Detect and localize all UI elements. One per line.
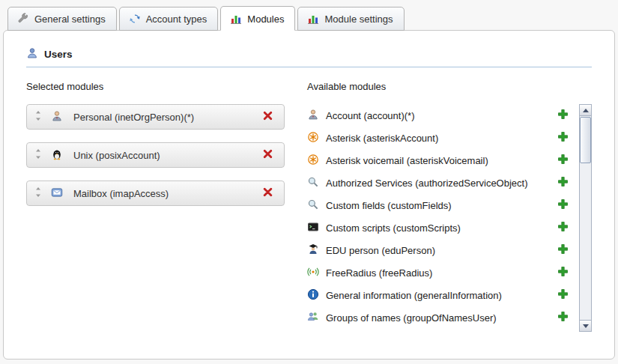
add-icon[interactable] bbox=[557, 266, 569, 279]
asterisk-icon bbox=[307, 154, 319, 168]
available-module-row: Authorized Services (authorizedServiceOb… bbox=[307, 172, 576, 194]
add-icon[interactable] bbox=[557, 109, 569, 122]
tab-label: Account types bbox=[146, 13, 207, 25]
available-module-label: Authorized Services (authorizedServiceOb… bbox=[326, 178, 528, 189]
available-module-label: General information (generalInformation) bbox=[326, 290, 502, 301]
tab-label: General settings bbox=[34, 13, 106, 25]
available-module-label: Custom fields (customFields) bbox=[326, 200, 452, 211]
section-title: Users bbox=[44, 49, 73, 60]
drag-handle-icon[interactable] bbox=[34, 110, 42, 124]
tab-general-settings[interactable]: General settings bbox=[7, 7, 117, 31]
delete-icon[interactable] bbox=[262, 186, 273, 200]
available-modules-column: Available modules Account (account)(*) bbox=[307, 81, 592, 332]
arrow-down-icon bbox=[583, 324, 589, 328]
available-module-row: General information (generalInformation) bbox=[307, 284, 576, 306]
add-icon[interactable] bbox=[557, 288, 569, 302]
tab-bar: General settings Account types Modules M… bbox=[0, 0, 618, 31]
selected-modules-heading: Selected modules bbox=[26, 81, 285, 92]
refresh-icon bbox=[129, 13, 141, 25]
available-module-label: Custom scripts (customScripts) bbox=[326, 222, 461, 234]
available-module-label: Asterisk voicemail (asteriskVoicemail) bbox=[326, 155, 488, 166]
available-module-label: Account (account)(*) bbox=[326, 110, 415, 121]
asterisk-icon bbox=[307, 131, 319, 145]
selected-module-row[interactable]: Unix (posixAccount) bbox=[26, 142, 285, 168]
tab-label: Modules bbox=[247, 13, 284, 25]
scroll-down-button[interactable] bbox=[580, 320, 591, 331]
add-icon[interactable] bbox=[557, 221, 569, 234]
add-icon[interactable] bbox=[557, 176, 569, 189]
person-icon bbox=[51, 110, 63, 124]
selected-module-label: Personal (inetOrgPerson)(*) bbox=[73, 112, 262, 123]
available-module-label: EDU person (eduPerson) bbox=[326, 245, 435, 256]
selected-module-label: Unix (posixAccount) bbox=[73, 150, 262, 161]
available-module-row: FreeRadius (freeRadius) bbox=[307, 261, 576, 284]
radio-waves-icon bbox=[307, 266, 319, 280]
delete-icon[interactable] bbox=[262, 148, 273, 162]
magnifier-icon bbox=[307, 176, 319, 190]
tab-label: Module settings bbox=[324, 13, 393, 25]
magnifier-icon bbox=[307, 198, 319, 213]
drag-handle-icon[interactable] bbox=[34, 186, 42, 200]
script-icon bbox=[307, 221, 319, 235]
available-module-row: Account (account)(*) bbox=[307, 104, 576, 127]
available-module-row: Asterisk (asteriskAccount) bbox=[307, 127, 576, 149]
available-module-label: Asterisk (asteriskAccount) bbox=[326, 133, 438, 144]
add-icon[interactable] bbox=[557, 243, 569, 257]
selected-module-label: Mailbox (imapAccess) bbox=[73, 188, 262, 199]
scrollbar-thumb[interactable] bbox=[580, 117, 591, 163]
info-icon bbox=[307, 288, 319, 303]
scrollbar-track[interactable] bbox=[580, 116, 591, 320]
tab-account-types[interactable]: Account types bbox=[119, 7, 219, 31]
drag-handle-icon[interactable] bbox=[34, 148, 42, 162]
add-icon[interactable] bbox=[557, 198, 569, 212]
add-icon[interactable] bbox=[557, 131, 569, 145]
available-module-label: Groups of names (groupOfNamesUser) bbox=[326, 312, 497, 324]
group-icon bbox=[307, 311, 319, 325]
available-module-row: Asterisk voicemail (asteriskVoicemail) bbox=[307, 149, 576, 172]
wrench-icon bbox=[17, 13, 29, 25]
arrow-up-icon bbox=[583, 109, 589, 112]
available-modules-list: Account (account)(*) Asterisk (asteriskA… bbox=[307, 104, 576, 329]
section-users: Users bbox=[26, 47, 592, 67]
mailbox-icon bbox=[51, 186, 63, 201]
selected-modules-column: Selected modules Personal (inetOrgPerson… bbox=[26, 81, 285, 332]
user-icon bbox=[26, 47, 38, 61]
tab-module-settings[interactable]: Module settings bbox=[297, 7, 404, 31]
chart-icon bbox=[230, 13, 242, 25]
available-module-row: Custom scripts (customScripts) bbox=[307, 216, 576, 239]
available-module-row: EDU person (eduPerson) bbox=[307, 239, 576, 261]
available-module-label: FreeRadius (freeRadius) bbox=[326, 267, 432, 279]
tux-icon bbox=[51, 148, 63, 163]
delete-icon[interactable] bbox=[262, 110, 273, 124]
add-icon[interactable] bbox=[557, 311, 569, 324]
person-icon bbox=[307, 109, 319, 123]
available-module-row: Groups of names (groupOfNamesUser) bbox=[307, 306, 576, 329]
available-modules-heading: Available modules bbox=[307, 81, 592, 92]
scroll-up-button[interactable] bbox=[580, 105, 591, 116]
edu-person-icon bbox=[307, 243, 319, 258]
available-modules-scrollbar[interactable] bbox=[579, 104, 592, 332]
add-icon[interactable] bbox=[557, 154, 569, 167]
tab-modules[interactable]: Modules bbox=[220, 6, 295, 31]
selected-module-row[interactable]: Mailbox (imapAccess) bbox=[26, 181, 285, 206]
selected-module-row[interactable]: Personal (inetOrgPerson)(*) bbox=[26, 104, 285, 130]
content-panel: Users Selected modules Personal (inetOrg… bbox=[3, 30, 615, 360]
chart-icon bbox=[307, 13, 319, 25]
lam-config-window: General settings Account types Modules M… bbox=[0, 0, 618, 364]
modules-columns: Selected modules Personal (inetOrgPerson… bbox=[26, 81, 592, 332]
available-module-row: Custom fields (customFields) bbox=[307, 194, 576, 216]
